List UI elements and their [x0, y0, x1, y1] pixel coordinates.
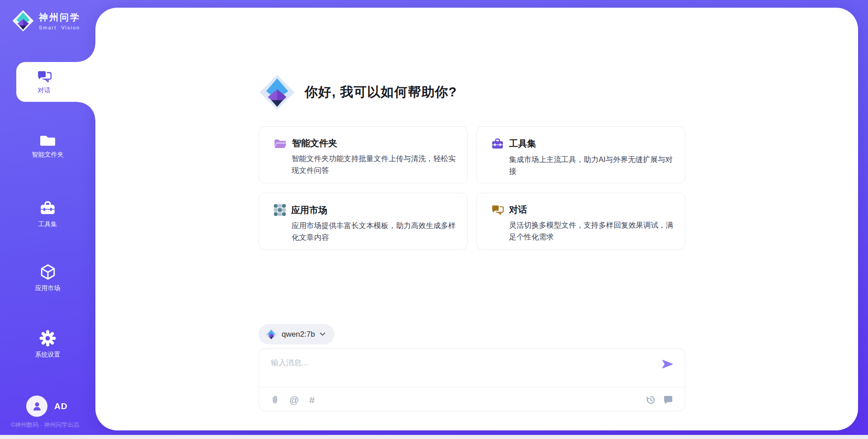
- app-logo: 神州问学 Smart Vision: [12, 10, 80, 32]
- sidebar-item-label: 应用市场: [35, 284, 61, 292]
- hashtag-icon[interactable]: #: [309, 395, 315, 405]
- folder-open-icon: [274, 138, 287, 149]
- chevron-down-icon: [320, 332, 326, 336]
- card-title: 智能文件夹: [292, 137, 337, 149]
- sidebar-item-label: 系统设置: [35, 351, 61, 359]
- chat-double-icon: [491, 204, 504, 216]
- main-content-panel: 你好, 我可以如何帮助你? 智能文件夹 智能文件夹功能支持批量文件上传与清洗，轻…: [95, 8, 858, 430]
- message-composer: @ #: [259, 348, 685, 411]
- card-app-market[interactable]: 应用市场 应用市场提供丰富长文本模板，助力高效生成多样化文章内容: [259, 193, 468, 250]
- app-subtitle: Smart Vision: [39, 25, 80, 30]
- greeting-hero: 你好, 我可以如何帮助你?: [259, 74, 457, 111]
- person-icon: [31, 401, 43, 412]
- page-bottom-strip: [0, 435, 868, 439]
- send-icon: [662, 359, 673, 369]
- cube-icon: [40, 264, 56, 280]
- history-icon[interactable]: [646, 395, 656, 405]
- model-name: qwen2:7b: [282, 330, 315, 339]
- mention-icon[interactable]: @: [289, 395, 299, 405]
- folder-icon: [39, 134, 56, 147]
- composer-divider: [259, 387, 685, 387]
- diamond-logo-icon: [265, 329, 277, 340]
- greeting-title: 你好, 我可以如何帮助你?: [305, 83, 457, 101]
- feedback-bubble-icon[interactable]: [663, 395, 673, 404]
- grid-icon: [274, 204, 286, 216]
- card-description: 智能文件夹功能支持批量文件上传与清洗，轻松实现文件问答: [292, 153, 456, 177]
- briefcase-icon: [39, 200, 56, 216]
- card-description: 灵活切换多模型文件，支持多样回复效果调试，满足个性化需求: [509, 219, 673, 243]
- card-description: 应用市场提供丰富长文本模板，助力高效生成多样化文章内容: [292, 220, 456, 243]
- diamond-logo-icon: [259, 74, 296, 111]
- card-title: 工具集: [509, 138, 536, 150]
- user-account[interactable]: AD: [26, 396, 67, 417]
- app-title: 神州问学: [39, 11, 80, 24]
- sidebar-item-chat[interactable]: 对话: [16, 62, 95, 102]
- chat-double-icon: [37, 70, 52, 83]
- avatar: [26, 396, 47, 417]
- user-name: AD: [54, 401, 67, 411]
- send-button[interactable]: [662, 359, 673, 369]
- card-description: 集成市场上主流工具，助力AI与外界无缝扩展与对接: [509, 153, 673, 177]
- card-title: 应用市场: [291, 204, 327, 216]
- sidebar-item-smart-folder[interactable]: 智能文件夹: [0, 134, 95, 159]
- sidebar-item-label: 对话: [38, 86, 51, 95]
- gear-icon: [39, 330, 56, 347]
- card-title: 对话: [509, 204, 527, 216]
- sidebar-item-label: 工具集: [38, 220, 57, 229]
- model-selector[interactable]: qwen2:7b: [259, 324, 335, 344]
- sidebar-item-label: 智能文件夹: [32, 151, 64, 159]
- sidebar-item-settings[interactable]: 系统设置: [0, 330, 95, 359]
- copyright-text: ©神州数码 · 神州问学出品: [11, 421, 79, 429]
- card-toolset[interactable]: 工具集 集成市场上主流工具，助力AI与外界无缝扩展与对接: [476, 126, 685, 183]
- message-input[interactable]: [271, 358, 642, 383]
- sidebar-item-app-market[interactable]: 应用市场: [0, 264, 95, 292]
- sidebar-item-toolset[interactable]: 工具集: [0, 200, 95, 229]
- briefcase-icon: [491, 137, 504, 150]
- diamond-logo-icon: [12, 10, 34, 32]
- paperclip-icon[interactable]: [271, 395, 279, 405]
- card-smart-folder[interactable]: 智能文件夹 智能文件夹功能支持批量文件上传与清洗，轻松实现文件问答: [259, 126, 468, 183]
- feature-cards: 智能文件夹 智能文件夹功能支持批量文件上传与清洗，轻松实现文件问答 工具集 集成…: [259, 126, 685, 250]
- card-chat[interactable]: 对话 灵活切换多模型文件，支持多样回复效果调试，满足个性化需求: [476, 193, 685, 250]
